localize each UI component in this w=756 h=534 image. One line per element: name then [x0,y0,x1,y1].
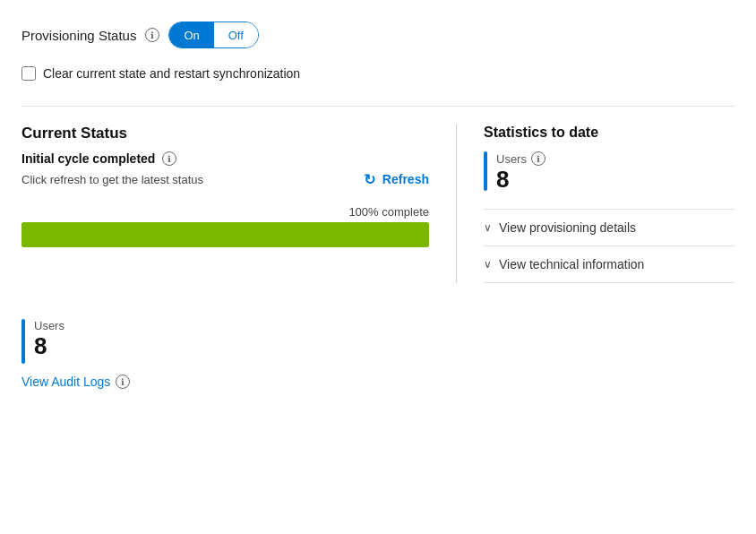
stat-bar-right [484,151,487,191]
users-count-bottom: 8 [34,334,64,357]
technical-info-label: View technical information [499,257,644,271]
view-audit-logs-link[interactable]: View Audit Logs ℹ [21,375,735,389]
header-row: Provisioning Status ℹ On Off [21,22,735,48]
statistics-title: Statistics to date [484,125,735,141]
checkbox-row: Clear current state and restart synchron… [21,66,735,81]
progress-section: 100% complete [21,205,429,247]
status-label: Initial cycle completed [21,151,155,166]
refresh-icon: ↻ [362,171,378,187]
provisioning-info-icon[interactable]: ℹ [145,28,159,42]
users-info-icon-right[interactable]: ℹ [531,151,546,166]
right-panel: Statistics to date Users ℹ 8 ∨ View prov… [457,125,735,283]
view-provisioning-details-item[interactable]: ∨ View provisioning details [484,209,735,245]
view-technical-information-item[interactable]: ∨ View technical information [484,245,735,283]
provisioning-details-label: View provisioning details [499,220,636,235]
toggle-on-option[interactable]: On [169,22,213,47]
users-label-bottom: Users [34,319,64,332]
status-row: Initial cycle completed ℹ [21,151,429,166]
refresh-hint-text: Click refresh to get the latest status [21,173,203,186]
progress-bar-fill [21,222,429,247]
toggle-off-option[interactable]: Off [214,22,258,47]
technical-info-chevron-icon: ∨ [484,258,492,271]
progress-bar-background [21,222,429,247]
stat-content-bottom: Users 8 [34,319,64,364]
stat-content-right: Users ℹ 8 [496,151,546,191]
audit-logs-label: View Audit Logs [21,375,110,389]
provisioning-toggle[interactable]: On Off [168,22,258,48]
left-panel: Current Status Initial cycle completed ℹ… [21,125,457,283]
provisioning-status-label: Provisioning Status [21,28,136,43]
bottom-section: Users 8 View Audit Logs ℹ [21,310,735,389]
users-label-right: Users [496,152,527,166]
provisioning-details-chevron-icon: ∨ [484,221,492,234]
main-content: Current Status Initial cycle completed ℹ… [21,125,735,283]
audit-logs-info-icon[interactable]: ℹ [116,375,130,389]
stat-bar-bottom [21,319,25,364]
divider [21,106,735,107]
stat-label-row-right: Users ℹ [496,151,546,166]
refresh-button[interactable]: ↻ Refresh [362,171,429,187]
clear-state-checkbox[interactable] [21,66,36,81]
users-stat-bottom: Users 8 [21,319,735,364]
current-status-title: Current Status [21,125,429,142]
users-count-right: 8 [496,168,546,191]
users-stat-right: Users ℹ 8 [484,151,735,191]
checkbox-label[interactable]: Clear current state and restart synchron… [43,66,300,81]
status-info-icon[interactable]: ℹ [162,151,176,166]
refresh-row: Click refresh to get the latest status ↻… [21,171,429,187]
stat-label-row-bottom: Users [34,319,64,332]
progress-percentage: 100% complete [21,205,429,219]
refresh-button-label: Refresh [382,172,429,186]
